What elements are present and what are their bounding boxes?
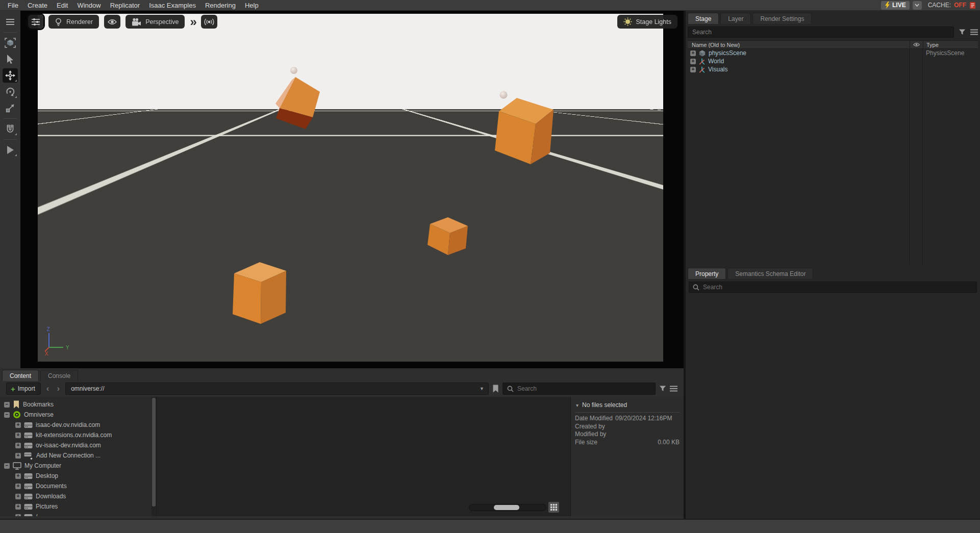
stage-panel-tab-layer[interactable]: Layer	[720, 13, 751, 24]
bookmark-icon[interactable]	[492, 385, 499, 393]
expand-toggle-icon[interactable]: +	[15, 422, 21, 428]
details-label: Created by	[575, 423, 605, 431]
capture-button[interactable]	[201, 15, 217, 29]
stage-tree-header[interactable]: Name (Old to New) Type	[688, 40, 978, 49]
expand-toggle-icon[interactable]: −	[4, 412, 10, 418]
menu-file[interactable]: File	[3, 0, 23, 11]
content-search-input[interactable]	[517, 385, 651, 392]
expand-toggle-icon[interactable]: +	[15, 453, 21, 459]
nav-forward-button[interactable]: ›	[55, 383, 62, 394]
file-tree-item-documents[interactable]: +Documents	[0, 481, 152, 491]
filter-icon[interactable]	[959, 29, 966, 36]
stage-tree-row[interactable]: +World	[688, 57, 978, 65]
zoom-slider-handle[interactable]	[494, 505, 519, 510]
stage-lights-button[interactable]: Stage Lights	[617, 15, 678, 29]
renderer-label: Renderer	[66, 18, 93, 26]
path-input[interactable]	[66, 385, 475, 392]
move-tool-button[interactable]	[3, 68, 18, 83]
renderer-button[interactable]: Renderer	[48, 15, 99, 29]
expand-toggle-icon[interactable]: +	[15, 433, 21, 438]
filter-icon[interactable]	[659, 385, 666, 392]
file-tree-item-omniverse[interactable]: −Omniverse	[0, 410, 152, 420]
path-dropdown-arrow[interactable]: ▼	[475, 386, 488, 391]
column-type-header[interactable]: Type	[923, 41, 978, 48]
select-box-tool-button[interactable]	[3, 36, 18, 50]
content-panel-tab-content[interactable]: Content	[2, 370, 39, 381]
file-tree-item-pictures[interactable]: +Pictures	[0, 501, 152, 512]
select-tool-button[interactable]	[3, 52, 18, 66]
column-visibility-header[interactable]	[910, 41, 923, 48]
tree-scrollbar[interactable]	[152, 397, 156, 516]
property-panel-tab-property[interactable]: Property	[688, 268, 726, 279]
left-toolbar	[0, 11, 20, 368]
lightning-bolt-icon	[885, 2, 890, 9]
menu-help[interactable]: Help	[240, 0, 263, 11]
expand-toggle-icon[interactable]: +	[15, 473, 21, 479]
expand-toggle-icon[interactable]: −	[4, 402, 10, 408]
file-list-area[interactable]	[156, 397, 570, 516]
menu-tool-button[interactable]	[3, 15, 18, 29]
orange-cube-1[interactable]	[275, 77, 320, 129]
menu-create[interactable]: Create	[23, 0, 52, 11]
menu-replicator[interactable]: Replicator	[106, 0, 145, 11]
menu-rendering[interactable]: Rendering	[200, 0, 240, 11]
live-button[interactable]: LIVE	[881, 1, 910, 10]
column-name-header[interactable]: Name (Old to New)	[688, 42, 910, 48]
visibility-button[interactable]	[104, 15, 120, 29]
zoom-slider[interactable]	[469, 504, 546, 511]
orange-cube-3[interactable]	[428, 217, 468, 255]
details-header[interactable]: ▾ No files selected	[575, 400, 680, 413]
menu-window[interactable]: Window	[72, 0, 105, 11]
stage-search-input[interactable]	[688, 27, 954, 38]
rotate-tool-button[interactable]	[3, 85, 18, 99]
expand-toggle-icon[interactable]: +	[15, 504, 21, 510]
file-tree-item-[interactable]: +/	[0, 512, 152, 516]
grid-view-button[interactable]	[548, 502, 559, 513]
file-tree-item-bookmarks[interactable]: −Bookmarks	[0, 399, 152, 410]
details-label: Modified by	[575, 430, 606, 439]
cache-document-icon[interactable]	[969, 2, 976, 9]
main-region: Z Y X Renderer	[0, 11, 684, 368]
viewport[interactable]: Z Y X Renderer	[20, 11, 684, 368]
stage-tree-row[interactable]: +Visuals	[688, 65, 978, 73]
options-list-icon[interactable]	[970, 29, 978, 35]
property-panel-tab-semantics-schema-editor[interactable]: Semantics Schema Editor	[727, 268, 813, 279]
property-search-input[interactable]	[703, 284, 973, 291]
orange-cube-4[interactable]	[233, 262, 286, 324]
menu-edit[interactable]: Edit	[52, 0, 72, 11]
expand-toggle-icon[interactable]: +	[690, 50, 696, 56]
file-tree-item-ov-isaac-dev-nvidia-com[interactable]: +ov-isaac-dev.nvidia.com	[0, 440, 152, 450]
expand-toggle-icon[interactable]: +	[15, 514, 21, 517]
content-panel-tab-console[interactable]: Console	[40, 370, 78, 381]
nav-back-button[interactable]: ‹	[44, 383, 52, 394]
play-tool-button[interactable]	[3, 143, 18, 157]
expand-toggle-icon[interactable]: +	[15, 494, 21, 499]
white-sphere-2[interactable]	[500, 91, 508, 99]
import-button[interactable]: + Import	[6, 383, 41, 395]
viewport-render-area[interactable]: Z Y X	[38, 14, 663, 362]
expand-toggle-icon[interactable]: −	[4, 463, 10, 469]
expand-toggle-icon[interactable]: +	[15, 443, 21, 448]
options-list-icon[interactable]	[670, 386, 680, 392]
white-sphere-1[interactable]	[290, 67, 297, 74]
expand-toggle-icon[interactable]: +	[690, 67, 696, 72]
expand-toggle-icon[interactable]: +	[15, 484, 21, 489]
file-tree-item-downloads[interactable]: +Downloads	[0, 491, 152, 501]
live-dropdown-button[interactable]	[913, 1, 922, 10]
stage-tree-row[interactable]: +physicsScenePhysicsScene	[688, 49, 978, 57]
stage-panel-tab-render-settings[interactable]: Render Settings	[752, 13, 812, 24]
camera-button[interactable]: Perspective	[125, 15, 185, 29]
expand-toggle-icon[interactable]: +	[690, 59, 696, 64]
snap-tool-button[interactable]	[3, 122, 18, 136]
viewport-settings-button[interactable]	[28, 15, 43, 29]
file-tree-item-isaac-dev-ov-nvidia-com[interactable]: +isaac-dev.ov.nvidia.com	[0, 420, 152, 430]
file-tree-item-my-computer[interactable]: −My Computer	[0, 461, 152, 471]
scale-tool-button[interactable]	[3, 101, 18, 115]
menu-isaac-examples[interactable]: Isaac Examples	[144, 0, 200, 11]
file-tree-item-add-new-connection[interactable]: +Add New Connection ...	[0, 450, 152, 461]
file-tree-item-kit-extensions-ov-nvidia-com[interactable]: +kit-extensions.ov.nvidia.com	[0, 430, 152, 440]
orange-cube-2[interactable]	[495, 98, 554, 164]
stage-panel-tab-stage[interactable]: Stage	[688, 13, 719, 24]
file-tree-item-desktop[interactable]: +Desktop	[0, 471, 152, 481]
expand-toolbar-chevrons[interactable]: »	[190, 17, 195, 27]
